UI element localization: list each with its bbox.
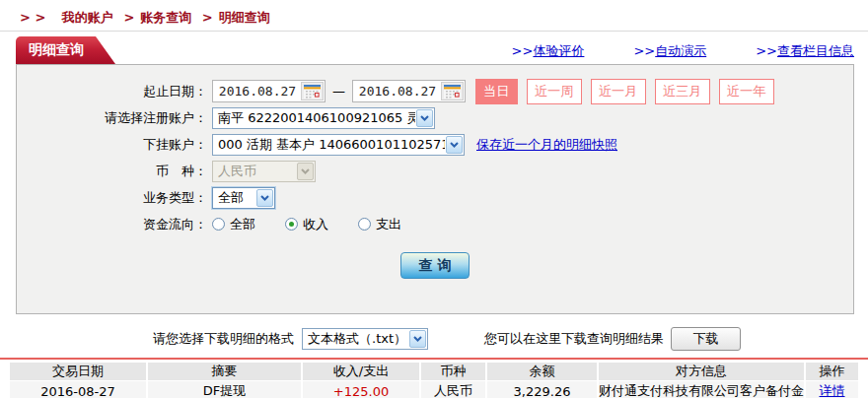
save-snapshot-link[interactable]: 保存近一个月的明细快照 <box>476 136 617 154</box>
currency-select: 人民币 <box>212 161 316 182</box>
col-header-summary: 摘要 <box>148 363 301 380</box>
radio-all-icon[interactable] <box>212 218 225 231</box>
chevron-down-icon[interactable] <box>409 330 426 348</box>
breadcrumb-separator: > <box>202 10 213 25</box>
query-form-panel: 起止日期： — <box>16 64 854 314</box>
business-type-select[interactable]: 全部 <box>212 187 275 209</box>
col-header-action: 操作 <box>806 363 858 380</box>
cell-date: 2016-08-27 <box>10 381 146 398</box>
quick-range-3months-button[interactable]: 近三月 <box>655 79 710 104</box>
business-type-label: 业务类型： <box>17 189 212 207</box>
fund-flow-row: 资金流向： 全部 收入 支出 <box>17 211 853 237</box>
table-row: 2016-08-27 DF提现 +125.00 人民币 3,229.26 财付通… <box>10 381 858 398</box>
register-account-select[interactable]: 南平 6222001406100921065 灵通卡 <box>212 107 435 129</box>
link-auto-demo[interactable]: >>自动演示 <box>633 42 706 60</box>
cell-action: 详情 <box>806 381 858 398</box>
date-range-dash: — <box>332 84 345 99</box>
business-type-row: 业务类型： 全部 <box>17 184 853 211</box>
table-header-row: 交易日期 摘要 收入/支出 币种 余额 对方信息 操作 <box>10 363 858 380</box>
calendar-icon[interactable] <box>301 82 324 100</box>
download-hint: 您可以在这里下载查询明细结果 <box>484 330 664 348</box>
link-view-column-info[interactable]: >>查看栏目信息 <box>756 42 854 60</box>
cell-balance: 3,229.26 <box>487 381 597 398</box>
radio-expense-icon[interactable] <box>358 218 371 231</box>
download-format-select[interactable]: 文本格式（.txt） <box>302 328 428 350</box>
breadcrumb-item-account-query[interactable]: 账务查询 <box>140 10 191 25</box>
cell-summary: DF提现 <box>148 381 301 398</box>
page-title-tab: 明细查询 <box>16 36 115 64</box>
cell-counterparty: 财付通支付科技有限公司客户备付金 <box>599 381 804 398</box>
end-date-field <box>352 80 466 102</box>
chevron-down-icon[interactable] <box>446 136 463 154</box>
start-date-input[interactable] <box>214 84 301 99</box>
cell-currency: 人民币 <box>421 381 485 398</box>
link-experience-rating[interactable]: >>体验评价 <box>512 42 585 60</box>
download-button[interactable]: 下载 <box>671 327 741 351</box>
fund-flow-label: 资金流向： <box>17 216 212 233</box>
download-row: 请您选择下载明细的格式 文本格式（.txt） 您可以在这里下载查询明细结果 下载 <box>153 326 854 351</box>
breadcrumb-item-my-account[interactable]: 我的账户 <box>62 10 113 25</box>
col-header-date: 交易日期 <box>10 363 146 380</box>
breadcrumb-item-detail-query[interactable]: 明细查询 <box>219 10 270 25</box>
quick-range-year-button[interactable]: 近一年 <box>719 79 774 104</box>
col-header-balance: 余额 <box>487 363 597 380</box>
register-account-row: 请选择注册账户： 南平 6222001406100921065 灵通卡 <box>17 104 853 131</box>
quick-range-month-button[interactable]: 近一月 <box>591 79 646 104</box>
detail-link[interactable]: 详情 <box>820 383 845 398</box>
download-format-label: 请您选择下载明细的格式 <box>153 330 294 348</box>
currency-label: 币 种： <box>17 163 212 180</box>
chevron-down-icon <box>297 163 314 180</box>
breadcrumb-separator: > <box>123 10 134 25</box>
transaction-table: 交易日期 摘要 收入/支出 币种 余额 对方信息 操作 2016-08-27 D… <box>8 362 860 398</box>
divider-red-line <box>0 358 868 360</box>
col-header-currency: 币种 <box>421 363 485 380</box>
currency-row: 币 种： 人民币 <box>17 158 853 184</box>
sub-account-label: 下挂账户： <box>17 136 212 154</box>
register-account-label: 请选择注册账户： <box>17 109 212 127</box>
col-header-counterparty: 对方信息 <box>599 363 804 380</box>
fund-flow-option-expense[interactable]: 支出 <box>358 216 401 233</box>
chevron-down-icon[interactable] <box>416 109 433 127</box>
cell-amount: +125.00 <box>303 381 419 398</box>
date-range-label: 起止日期： <box>17 83 212 100</box>
start-date-field <box>212 80 326 102</box>
fund-flow-option-income[interactable]: 收入 <box>285 216 328 233</box>
sub-account-select[interactable]: 000 活期 基本户 1406600101102571848 <box>212 134 465 156</box>
breadcrumb: > > 我的账户 >账务查询 >明细查询 <box>0 0 868 32</box>
col-header-amount: 收入/支出 <box>303 363 419 380</box>
query-button[interactable]: 查 询 <box>400 252 470 279</box>
quick-range-week-button[interactable]: 近一周 <box>527 79 582 104</box>
calendar-icon[interactable] <box>441 82 464 100</box>
sub-account-row: 下挂账户： 000 活期 基本户 1406600101102571848 保存近… <box>17 131 853 158</box>
breadcrumb-prefix: > > <box>20 10 45 25</box>
section-header: 明细查询 >>体验评价 >>自动演示 >>查看栏目信息 <box>16 37 854 64</box>
chevron-down-icon[interactable] <box>256 189 273 207</box>
radio-income-icon[interactable] <box>285 218 298 231</box>
fund-flow-option-all[interactable]: 全部 <box>212 216 255 233</box>
date-range-row: 起止日期： — <box>17 78 853 104</box>
quick-range-today-button[interactable]: 当日 <box>475 79 518 104</box>
end-date-input[interactable] <box>354 84 441 99</box>
